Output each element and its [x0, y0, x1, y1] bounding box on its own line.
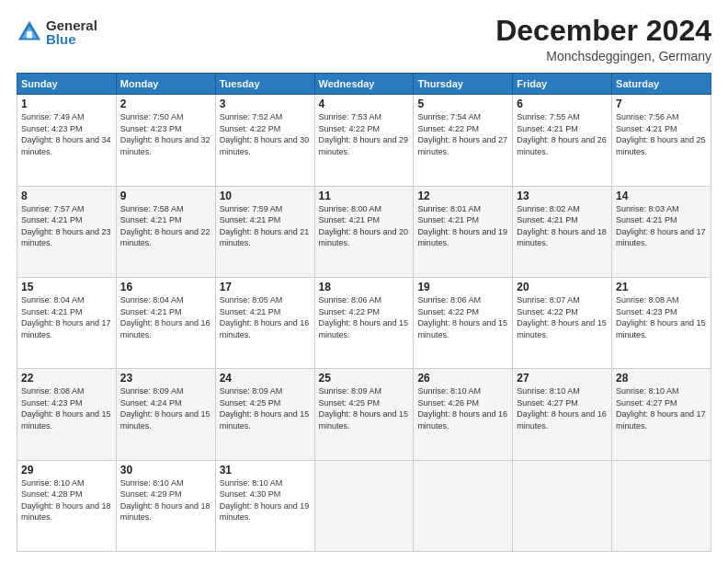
- col-thursday: Thursday: [414, 74, 513, 95]
- calendar-week-row: 1 Sunrise: 7:49 AM Sunset: 4:23 PM Dayli…: [17, 95, 711, 186]
- col-tuesday: Tuesday: [215, 74, 314, 95]
- day-number: 10: [220, 190, 311, 202]
- table-row: 16 Sunrise: 8:04 AM Sunset: 4:21 PM Dayl…: [116, 277, 215, 368]
- table-row: 7 Sunrise: 7:56 AM Sunset: 4:21 PM Dayli…: [612, 95, 711, 186]
- day-info: Sunrise: 8:08 AM Sunset: 4:23 PM Dayligh…: [21, 385, 112, 431]
- day-number: 1: [21, 98, 112, 110]
- day-number: 8: [21, 190, 112, 202]
- day-info: Sunrise: 8:06 AM Sunset: 4:22 PM Dayligh…: [319, 294, 410, 340]
- svg-rect-2: [27, 31, 32, 38]
- day-number: 24: [220, 372, 311, 385]
- table-row: 26 Sunrise: 8:10 AM Sunset: 4:26 PM Dayl…: [414, 369, 513, 460]
- day-info: Sunrise: 8:02 AM Sunset: 4:21 PM Dayligh…: [517, 203, 608, 249]
- day-number: 23: [120, 372, 211, 385]
- col-saturday: Saturday: [612, 74, 711, 95]
- col-friday: Friday: [513, 74, 612, 95]
- table-row: [314, 460, 414, 551]
- table-row: 4 Sunrise: 7:53 AM Sunset: 4:22 PM Dayli…: [314, 95, 414, 186]
- day-info: Sunrise: 8:10 AM Sunset: 4:27 PM Dayligh…: [517, 385, 608, 431]
- calendar-header-row: Sunday Monday Tuesday Wednesday Thursday…: [17, 74, 711, 95]
- table-row: 12 Sunrise: 8:01 AM Sunset: 4:21 PM Dayl…: [414, 186, 513, 277]
- day-number: 21: [616, 281, 707, 293]
- col-sunday: Sunday: [17, 74, 117, 95]
- day-info: Sunrise: 7:53 AM Sunset: 4:22 PM Dayligh…: [319, 111, 410, 157]
- table-row: 21 Sunrise: 8:08 AM Sunset: 4:23 PM Dayl…: [612, 277, 711, 368]
- table-row: 31 Sunrise: 8:10 AM Sunset: 4:30 PM Dayl…: [215, 460, 314, 551]
- table-row: 27 Sunrise: 8:10 AM Sunset: 4:27 PM Dayl…: [513, 369, 612, 460]
- table-row: 19 Sunrise: 8:06 AM Sunset: 4:22 PM Dayl…: [414, 277, 513, 368]
- table-row: [513, 460, 612, 551]
- table-row: 22 Sunrise: 8:08 AM Sunset: 4:23 PM Dayl…: [17, 369, 117, 460]
- day-number: 3: [220, 98, 311, 110]
- calendar-table: Sunday Monday Tuesday Wednesday Thursday…: [17, 73, 711, 552]
- day-number: 15: [21, 281, 112, 293]
- table-row: 6 Sunrise: 7:55 AM Sunset: 4:21 PM Dayli…: [513, 95, 612, 186]
- day-info: Sunrise: 8:10 AM Sunset: 4:29 PM Dayligh…: [120, 477, 211, 523]
- table-row: 11 Sunrise: 8:00 AM Sunset: 4:21 PM Dayl…: [314, 186, 414, 277]
- day-number: 7: [616, 98, 707, 110]
- day-info: Sunrise: 8:04 AM Sunset: 4:21 PM Dayligh…: [120, 294, 211, 340]
- day-info: Sunrise: 7:54 AM Sunset: 4:22 PM Dayligh…: [417, 111, 508, 157]
- table-row: 17 Sunrise: 8:05 AM Sunset: 4:21 PM Dayl…: [215, 277, 314, 368]
- logo-icon: [17, 19, 42, 45]
- day-info: Sunrise: 8:10 AM Sunset: 4:26 PM Dayligh…: [417, 385, 508, 431]
- day-number: 20: [517, 281, 608, 293]
- day-number: 5: [417, 98, 508, 110]
- day-info: Sunrise: 8:07 AM Sunset: 4:22 PM Dayligh…: [517, 294, 608, 340]
- table-row: 13 Sunrise: 8:02 AM Sunset: 4:21 PM Dayl…: [513, 186, 612, 277]
- logo-blue-text: Blue: [46, 32, 97, 46]
- day-number: 14: [616, 190, 707, 202]
- table-row: 10 Sunrise: 7:59 AM Sunset: 4:21 PM Dayl…: [215, 186, 314, 277]
- day-info: Sunrise: 8:04 AM Sunset: 4:21 PM Dayligh…: [21, 294, 112, 340]
- day-number: 31: [220, 464, 311, 477]
- day-number: 2: [120, 98, 211, 110]
- day-info: Sunrise: 7:50 AM Sunset: 4:23 PM Dayligh…: [120, 111, 211, 157]
- day-number: 18: [319, 281, 410, 293]
- table-row: 24 Sunrise: 8:09 AM Sunset: 4:25 PM Dayl…: [215, 369, 314, 460]
- day-number: 30: [120, 464, 211, 477]
- table-row: 30 Sunrise: 8:10 AM Sunset: 4:29 PM Dayl…: [116, 460, 215, 551]
- logo-general-text: General: [46, 18, 97, 32]
- table-row: 20 Sunrise: 8:07 AM Sunset: 4:22 PM Dayl…: [513, 277, 612, 368]
- day-number: 13: [517, 190, 608, 202]
- day-number: 27: [517, 372, 608, 385]
- day-info: Sunrise: 7:49 AM Sunset: 4:23 PM Dayligh…: [21, 111, 112, 157]
- table-row: [612, 460, 711, 551]
- month-title: December 2024: [495, 15, 711, 47]
- day-number: 9: [120, 190, 211, 202]
- table-row: 8 Sunrise: 7:57 AM Sunset: 4:21 PM Dayli…: [17, 186, 117, 277]
- logo: General Blue: [17, 18, 97, 46]
- title-block: December 2024 Monchsdeggingen, Germany: [495, 15, 711, 63]
- day-info: Sunrise: 7:56 AM Sunset: 4:21 PM Dayligh…: [616, 111, 707, 157]
- table-row: 9 Sunrise: 7:58 AM Sunset: 4:21 PM Dayli…: [116, 186, 215, 277]
- table-row: 23 Sunrise: 8:09 AM Sunset: 4:24 PM Dayl…: [116, 369, 215, 460]
- day-info: Sunrise: 8:10 AM Sunset: 4:30 PM Dayligh…: [220, 477, 311, 523]
- day-info: Sunrise: 7:55 AM Sunset: 4:21 PM Dayligh…: [517, 111, 608, 157]
- table-row: 18 Sunrise: 8:06 AM Sunset: 4:22 PM Dayl…: [314, 277, 414, 368]
- table-row: [414, 460, 513, 551]
- day-info: Sunrise: 7:59 AM Sunset: 4:21 PM Dayligh…: [220, 203, 311, 249]
- page: General Blue December 2024 Monchsdegging…: [0, 0, 728, 563]
- calendar-week-row: 8 Sunrise: 7:57 AM Sunset: 4:21 PM Dayli…: [17, 186, 711, 277]
- day-info: Sunrise: 8:09 AM Sunset: 4:25 PM Dayligh…: [319, 385, 410, 431]
- day-info: Sunrise: 8:01 AM Sunset: 4:21 PM Dayligh…: [417, 203, 508, 249]
- day-info: Sunrise: 7:58 AM Sunset: 4:21 PM Dayligh…: [120, 203, 211, 249]
- day-info: Sunrise: 8:03 AM Sunset: 4:21 PM Dayligh…: [616, 203, 707, 249]
- table-row: 29 Sunrise: 8:10 AM Sunset: 4:28 PM Dayl…: [17, 460, 117, 551]
- day-number: 22: [21, 372, 112, 385]
- day-number: 25: [319, 372, 410, 385]
- table-row: 5 Sunrise: 7:54 AM Sunset: 4:22 PM Dayli…: [414, 95, 513, 186]
- table-row: 14 Sunrise: 8:03 AM Sunset: 4:21 PM Dayl…: [612, 186, 711, 277]
- day-number: 26: [417, 372, 508, 385]
- day-info: Sunrise: 7:52 AM Sunset: 4:22 PM Dayligh…: [220, 111, 311, 157]
- table-row: 3 Sunrise: 7:52 AM Sunset: 4:22 PM Dayli…: [215, 95, 314, 186]
- table-row: 25 Sunrise: 8:09 AM Sunset: 4:25 PM Dayl…: [314, 369, 414, 460]
- day-number: 29: [21, 464, 112, 477]
- col-wednesday: Wednesday: [314, 74, 414, 95]
- day-info: Sunrise: 8:05 AM Sunset: 4:21 PM Dayligh…: [220, 294, 311, 340]
- day-info: Sunrise: 8:09 AM Sunset: 4:25 PM Dayligh…: [220, 385, 311, 431]
- calendar-week-row: 22 Sunrise: 8:08 AM Sunset: 4:23 PM Dayl…: [17, 369, 711, 460]
- day-info: Sunrise: 8:08 AM Sunset: 4:23 PM Dayligh…: [616, 294, 707, 340]
- table-row: 28 Sunrise: 8:10 AM Sunset: 4:27 PM Dayl…: [612, 369, 711, 460]
- table-row: 15 Sunrise: 8:04 AM Sunset: 4:21 PM Dayl…: [17, 277, 117, 368]
